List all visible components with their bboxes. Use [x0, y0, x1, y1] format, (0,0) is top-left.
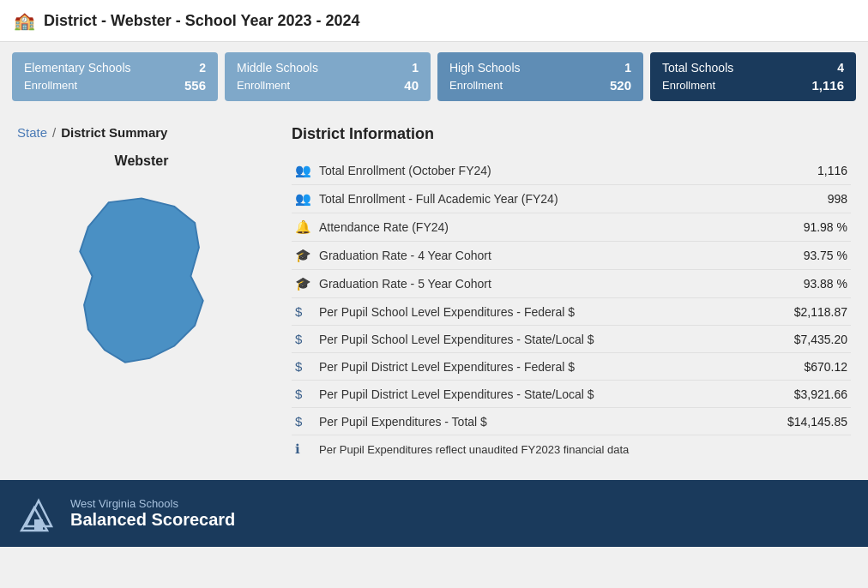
info-icon-dollar: $: [295, 359, 319, 374]
breadcrumb-separator: /: [52, 125, 56, 140]
info-row: ℹPer Pupil Expenditures reflect unaudite…: [292, 435, 851, 463]
info-row: $Per Pupil School Level Expenditures - F…: [292, 298, 851, 326]
info-value: $670.12: [770, 360, 847, 374]
info-icon-info: ℹ: [295, 441, 319, 457]
svg-rect-2: [34, 519, 43, 531]
info-value: 93.88 %: [770, 277, 847, 291]
stat-count-high: 1: [624, 61, 631, 75]
info-row: $Per Pupil Expenditures - Total $$14,145…: [292, 408, 851, 435]
info-rows: 👥Total Enrollment (October FY24)1,116👥To…: [292, 157, 851, 463]
page-header: 🏫 District - Webster - School Year 2023 …: [0, 0, 868, 42]
stat-count-total: 4: [837, 61, 844, 75]
info-label: Per Pupil School Level Expenditures - St…: [319, 333, 770, 346]
info-icon-dollar: $: [295, 304, 319, 319]
info-label: Graduation Rate - 4 Year Cohort: [319, 249, 770, 262]
info-icon-people: 👥: [295, 191, 319, 207]
info-row: 🎓Graduation Rate - 4 Year Cohort93.75 %: [292, 242, 851, 270]
footer-text: West Virginia Schools Balanced Scorecard: [70, 497, 235, 530]
footer-logo: West Virginia Schools Balanced Scorecard: [17, 492, 235, 535]
info-row: 🎓Graduation Rate - 5 Year Cohort93.88 %: [292, 270, 851, 298]
info-row: 👥Total Enrollment (October FY24)1,116: [292, 157, 851, 185]
info-label: Per Pupil District Level Expenditures - …: [319, 360, 770, 374]
info-value: 1,116: [770, 164, 847, 177]
header-icon: 🏫: [14, 10, 35, 31]
page-title: District - Webster - School Year 2023 - …: [44, 12, 360, 30]
stat-card-elementary[interactable]: Elementary Schools 2 Enrollment 556: [12, 52, 218, 101]
stat-label-total: Total Schools: [662, 61, 733, 75]
info-label: Graduation Rate - 5 Year Cohort: [319, 277, 770, 291]
right-panel: District Information 👥Total Enrollment (…: [283, 111, 868, 480]
breadcrumb-state[interactable]: State: [17, 125, 47, 140]
info-row: 👥Total Enrollment - Full Academic Year (…: [292, 185, 851, 213]
left-panel: State / District Summary Webster: [0, 111, 283, 480]
info-label: Attendance Rate (FY24): [319, 220, 770, 234]
stat-sub-value-elementary: 556: [184, 78, 206, 93]
info-icon-cap: 🎓: [295, 248, 319, 263]
map-container: [17, 177, 266, 383]
info-row: $Per Pupil District Level Expenditures -…: [292, 353, 851, 381]
info-value: $14,145.85: [770, 415, 847, 429]
district-map: [56, 186, 227, 375]
info-label: Total Enrollment (October FY24): [319, 164, 770, 177]
stat-card-high[interactable]: High Schools 1 Enrollment 520: [437, 52, 643, 101]
info-icon-bell: 🔔: [295, 219, 319, 235]
main-content: State / District Summary Webster Distric…: [0, 111, 868, 480]
info-row: $Per Pupil District Level Expenditures -…: [292, 381, 851, 408]
info-icon-people: 👥: [295, 163, 319, 178]
info-value: 93.75 %: [770, 249, 847, 262]
info-row: $Per Pupil School Level Expenditures - S…: [292, 326, 851, 353]
stat-sub-label-middle: Enrollment: [237, 79, 290, 92]
stat-label-high: High Schools: [449, 61, 521, 75]
info-value: $2,118.87: [770, 305, 847, 319]
info-label: Per Pupil Expenditures reflect unaudited…: [319, 443, 847, 456]
breadcrumb-current: District Summary: [61, 125, 167, 140]
district-name: Webster: [17, 153, 266, 169]
stat-sub-label-total: Enrollment: [662, 79, 715, 92]
info-row: 🔔Attendance Rate (FY24)91.98 %: [292, 213, 851, 242]
info-value: $7,435.20: [770, 333, 847, 346]
breadcrumb: State / District Summary: [17, 125, 266, 140]
footer-org-line1: West Virginia Schools: [70, 497, 235, 510]
stat-card-middle[interactable]: Middle Schools 1 Enrollment 40: [225, 52, 431, 101]
stat-sub-value-middle: 40: [404, 78, 419, 93]
stat-label-middle: Middle Schools: [237, 61, 318, 75]
info-label: Per Pupil Expenditures - Total $: [319, 415, 770, 429]
stats-row: Elementary Schools 2 Enrollment 556 Midd…: [0, 42, 868, 111]
info-value: $3,921.66: [770, 387, 847, 401]
info-value: 998: [770, 192, 847, 206]
info-label: Per Pupil School Level Expenditures - Fe…: [319, 305, 770, 319]
stat-card-total[interactable]: Total Schools 4 Enrollment 1,116: [650, 52, 856, 101]
wv-schools-logo-icon: [17, 492, 60, 535]
stat-count-middle: 1: [412, 61, 419, 75]
stat-label-elementary: Elementary Schools: [24, 61, 131, 75]
district-info-title: District Information: [292, 125, 851, 143]
info-icon-cap: 🎓: [295, 276, 319, 291]
footer-org-line2: Balanced Scorecard: [70, 510, 235, 530]
stat-sub-label-elementary: Enrollment: [24, 79, 77, 92]
stat-sub-value-total: 1,116: [811, 78, 844, 93]
stat-sub-label-high: Enrollment: [449, 79, 503, 92]
info-label: Per Pupil District Level Expenditures - …: [319, 387, 770, 401]
info-icon-dollar: $: [295, 332, 319, 346]
info-icon-dollar: $: [295, 387, 319, 401]
info-icon-dollar: $: [295, 414, 319, 429]
footer: West Virginia Schools Balanced Scorecard: [0, 480, 868, 547]
stat-sub-value-high: 520: [610, 78, 631, 93]
info-value: 91.98 %: [770, 220, 847, 234]
info-label: Total Enrollment - Full Academic Year (F…: [319, 192, 770, 206]
stat-count-elementary: 2: [199, 61, 206, 75]
